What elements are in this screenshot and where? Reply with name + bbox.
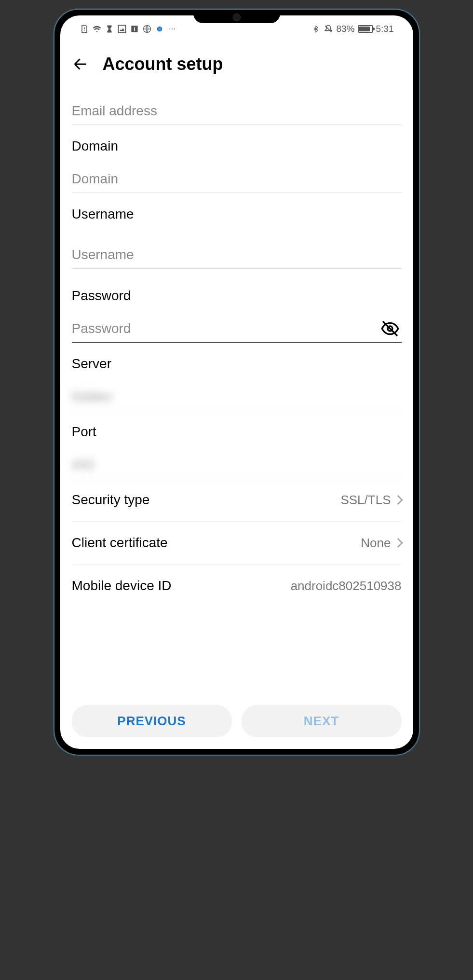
info-icon: i [130,24,139,34]
wifi-icon [92,24,102,34]
back-arrow-icon[interactable] [72,55,89,73]
domain-label: Domain [72,138,402,154]
username-input[interactable] [72,241,402,269]
battery-icon [358,25,373,33]
port-label: Port [72,424,402,440]
security-type-row[interactable]: Security type SSL/TLS [72,479,402,522]
previous-button[interactable]: PREVIOUS [72,705,232,737]
eye-slash-icon[interactable] [380,319,400,338]
server-input[interactable]: hidden [72,383,402,411]
server-label: Server [72,356,402,372]
mute-icon [324,24,333,34]
password-input[interactable] [72,315,402,342]
app-header: Account setup [60,40,413,84]
svg-rect-0 [118,26,125,33]
chevron-right-icon [393,495,403,505]
circle-icon [155,24,164,34]
page-title: Account setup [103,54,223,74]
form-content[interactable]: Email address Domain Username Password [60,84,413,699]
button-bar: PREVIOUS NEXT [60,699,413,749]
device-id-row: Mobile device ID androidc802510938 [72,565,402,599]
image-icon [117,24,127,34]
globe-icon [142,24,152,34]
svg-text:i: i [134,26,135,32]
bluetooth-icon [311,24,321,34]
sim-alert-icon [80,24,89,34]
security-type-value: SSL/TLS [340,493,391,508]
domain-input[interactable] [72,166,402,193]
more-icon: ⋯ [167,24,177,34]
battery-percent: 83% [336,24,354,34]
device-id-value: androidc802510938 [291,579,402,594]
client-certificate-label: Client certificate [72,535,168,551]
port-input[interactable]: 443 [72,451,402,479]
chevron-right-icon [393,538,403,548]
hourglass-icon [105,24,114,34]
next-button[interactable]: NEXT [242,705,402,737]
device-id-label: Mobile device ID [72,578,172,594]
client-certificate-value: None [361,536,391,551]
clock-time: 5:31 [376,24,394,34]
client-certificate-row[interactable]: Client certificate None [72,522,402,565]
username-label: Username [72,207,402,222]
security-type-label: Security type [72,492,150,508]
email-input[interactable] [72,97,402,125]
password-label: Password [72,288,402,304]
